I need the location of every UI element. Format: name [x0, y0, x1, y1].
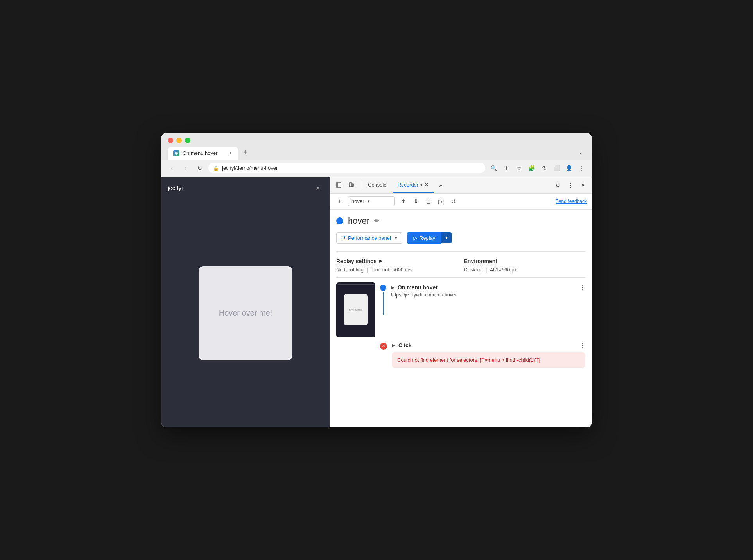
- account-icon[interactable]: 👤: [563, 163, 574, 174]
- export-recording-button[interactable]: ⬆: [398, 196, 409, 207]
- settings-title-text: Replay settings: [336, 258, 376, 264]
- import-recording-button[interactable]: ⬇: [411, 196, 421, 207]
- error-message: Could not find element for selectors: [[…: [392, 352, 585, 368]
- tab-title: On menu hover: [183, 150, 223, 156]
- step-1-more-button[interactable]: ⋮: [579, 284, 585, 291]
- more-tabs-button[interactable]: »: [435, 179, 446, 190]
- step-1-details: ▶ On menu hover ⋮ https://jec.fyi/demo/m…: [391, 282, 585, 298]
- svg-rect-1: [336, 183, 341, 187]
- delete-recording-button[interactable]: 🗑: [423, 196, 434, 207]
- env-detail: Desktop | 461×660 px: [464, 267, 586, 273]
- recording-header: hover ✏: [336, 216, 585, 226]
- close-icon: ✕: [581, 182, 585, 188]
- more-icon: ⋮: [568, 182, 573, 188]
- devtools-more-button[interactable]: ⋮: [565, 179, 576, 190]
- refresh-button[interactable]: ↻: [194, 163, 205, 174]
- step-2-expand-button[interactable]: ▶: [392, 343, 395, 348]
- step-1-timeline: [380, 282, 386, 315]
- maximize-button[interactable]: [185, 138, 190, 143]
- step-2-more-button[interactable]: ⋮: [579, 342, 585, 349]
- environment-title: Environment: [464, 258, 586, 264]
- close-button[interactable]: [168, 138, 173, 143]
- console-tab-label: Console: [368, 182, 387, 188]
- settings-arrow-icon: ▶: [379, 258, 382, 264]
- env-separator: |: [486, 267, 487, 273]
- svg-rect-4: [352, 184, 353, 187]
- devtools-topbar: Console Recorder ● ✕ » ⚙ ⋮ ✕: [330, 177, 592, 194]
- step-2-details: ▶ Click ⋮ Could not find element for sel…: [392, 340, 585, 368]
- experiment-icon[interactable]: ⚗: [538, 163, 549, 174]
- replay-chevron-button[interactable]: ▾: [441, 232, 452, 243]
- step-1-url: https://jec.fyi/demo/menu-hover: [391, 292, 585, 298]
- devtools-close-button[interactable]: ✕: [577, 179, 588, 190]
- extensions-icon[interactable]: 🧩: [526, 163, 537, 174]
- traffic-lights: [168, 138, 585, 143]
- url-text: jec.fyi/demo/menu-hover: [222, 165, 480, 171]
- resolution-label: 461×660 px: [490, 267, 517, 273]
- devtools-device-button[interactable]: [346, 179, 357, 190]
- devtools-content: hover ✏ ↺ Performance panel ▾ ▷ Replay: [330, 210, 592, 427]
- main-content: jec.fyi ☀ Hover over me!: [161, 177, 592, 427]
- replay-settings-title[interactable]: Replay settings ▶: [336, 258, 458, 264]
- tab-close-button[interactable]: ✕: [226, 150, 233, 156]
- devtools-panel: Console Recorder ● ✕ » ⚙ ⋮ ✕: [330, 177, 592, 427]
- hover-card[interactable]: Hover over me!: [199, 266, 292, 360]
- settings-detail: No throttling | Timeout: 5000 ms: [336, 267, 458, 273]
- add-recording-button[interactable]: +: [335, 196, 345, 206]
- svg-point-0: [175, 152, 178, 155]
- perf-panel-icon: ↺: [341, 235, 346, 241]
- tabs-bar: On menu hover ✕ + ⌄: [168, 147, 585, 160]
- lock-icon: 🔒: [213, 165, 219, 171]
- devtools-inspect-button[interactable]: [333, 179, 344, 190]
- send-feedback-link[interactable]: Send feedback: [556, 199, 587, 204]
- forward-button[interactable]: ›: [180, 163, 191, 174]
- sidebar-icon[interactable]: ⬜: [551, 163, 562, 174]
- tab-console[interactable]: Console: [363, 177, 391, 193]
- step-2-name: Click: [398, 342, 411, 348]
- browser-menu-icon[interactable]: ⋮: [576, 163, 587, 174]
- recorder-close-icon[interactable]: ✕: [424, 181, 429, 188]
- toolbar-actions: ⬆ ⬇ 🗑 ▷| ↺: [398, 196, 459, 207]
- edit-recording-button[interactable]: ✏: [374, 217, 379, 224]
- search-icon[interactable]: 🔍: [488, 163, 499, 174]
- step-1-dot: [380, 285, 386, 291]
- url-bar[interactable]: 🔒 jec.fyi/demo/menu-hover: [208, 163, 485, 173]
- step-1-row: Hover over me! ▶ On menu hover ⋮: [336, 282, 585, 337]
- thumbnail-bar: [338, 284, 374, 285]
- recording-selector[interactable]: hover ▾: [348, 196, 395, 206]
- throttling-label: No throttling: [336, 267, 364, 273]
- devtools-toolbar: + hover ▾ ⬆ ⬇ 🗑 ▷|: [330, 194, 592, 210]
- steps-section: Hover over me! ▶ On menu hover ⋮: [336, 277, 585, 368]
- active-tab[interactable]: On menu hover ✕: [168, 147, 238, 160]
- tab-expand-button[interactable]: ⌄: [574, 147, 585, 158]
- new-tab-button[interactable]: +: [240, 147, 251, 158]
- replay-play-icon: ▷: [413, 235, 417, 241]
- performance-panel-button[interactable]: ↺ Performance panel ▾: [336, 232, 402, 244]
- back-button[interactable]: ‹: [166, 163, 177, 174]
- minimize-button[interactable]: [176, 138, 182, 143]
- slow-replay-button[interactable]: ▷|: [436, 196, 446, 207]
- perf-panel-label: Performance panel: [348, 235, 391, 241]
- env-title-text: Environment: [464, 258, 498, 264]
- step-2-timeline: ✕: [380, 340, 387, 350]
- replay-icon-button[interactable]: ↺: [448, 196, 459, 207]
- share-icon[interactable]: ⬆: [501, 163, 512, 174]
- step-1-expand-button[interactable]: ▶: [391, 285, 394, 290]
- slow-replay-icon: ▷|: [438, 198, 444, 205]
- step-1-name: On menu hover: [398, 284, 438, 291]
- replay-main-button[interactable]: ▷ Replay: [407, 232, 441, 244]
- environment-col: Environment Desktop | 461×660 px: [464, 258, 586, 273]
- hover-card-text: Hover over me!: [219, 309, 273, 318]
- replay-main-label: Replay: [420, 235, 435, 241]
- page-area: jec.fyi ☀ Hover over me!: [161, 177, 330, 427]
- address-bar: ‹ › ↻ 🔒 jec.fyi/demo/menu-hover 🔍 ⬆ ☆ 🧩 …: [161, 160, 592, 177]
- recorder-tab-icon: ●: [420, 182, 423, 187]
- step-2-title-row: ▶ Click ⋮: [392, 342, 585, 349]
- bookmark-icon[interactable]: ☆: [513, 163, 524, 174]
- recorder-tab-label: Recorder: [398, 182, 418, 188]
- step-2-error-dot: ✕: [380, 343, 387, 350]
- theme-toggle-button[interactable]: ☀: [312, 183, 323, 194]
- devtools-settings-button[interactable]: ⚙: [552, 179, 563, 190]
- tab-recorder[interactable]: Recorder ● ✕: [393, 177, 434, 193]
- title-bar: On menu hover ✕ + ⌄: [161, 133, 592, 160]
